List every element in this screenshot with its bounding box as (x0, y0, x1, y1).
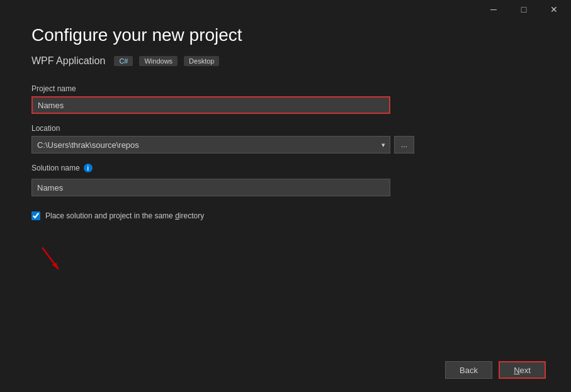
browse-button[interactable]: ... (394, 136, 414, 154)
close-button[interactable]: ✕ (540, 0, 568, 19)
location-select-wrapper: C:\Users\thrak\source\repos (31, 136, 390, 154)
main-content: Configure your new project WPF Applicati… (0, 0, 571, 392)
project-name-input[interactable] (31, 96, 390, 114)
location-label: Location (31, 124, 540, 133)
solution-name-label: Solution name (31, 164, 80, 172)
project-name-field-group: Project name (31, 84, 540, 114)
minimize-button[interactable]: ─ (479, 0, 508, 19)
footer: Back Next (0, 348, 571, 392)
info-icon: i (84, 164, 93, 172)
project-type-label: WPF Application (31, 55, 105, 67)
solution-name-field-group: Solution name i (31, 164, 540, 196)
next-button[interactable]: Next (499, 361, 546, 379)
solution-name-input[interactable] (31, 179, 390, 196)
solution-label-row: Solution name i (31, 164, 540, 172)
page-title: Configure your new project (31, 25, 540, 45)
svg-marker-1 (52, 263, 59, 269)
location-select[interactable]: C:\Users\thrak\source\repos (31, 136, 390, 154)
location-field-group: Location C:\Users\thrak\source\repos ... (31, 124, 540, 154)
same-directory-checkbox[interactable] (31, 211, 40, 220)
checkbox-row: Place solution and project in the same d… (31, 211, 540, 220)
red-arrow-svg (31, 242, 69, 280)
project-type-row: WPF Application C# Windows Desktop (31, 55, 540, 67)
tag-csharp: C# (114, 56, 133, 66)
annotation-arrow (31, 242, 69, 282)
project-name-label: Project name (31, 84, 540, 93)
tag-desktop: Desktop (184, 56, 219, 66)
same-directory-label[interactable]: Place solution and project in the same d… (45, 211, 204, 220)
title-bar: ─ □ ✕ (479, 0, 571, 19)
back-button[interactable]: Back (445, 361, 492, 379)
location-row: C:\Users\thrak\source\repos ... (31, 136, 540, 154)
tag-windows: Windows (139, 56, 178, 66)
maximize-button[interactable]: □ (509, 0, 538, 19)
